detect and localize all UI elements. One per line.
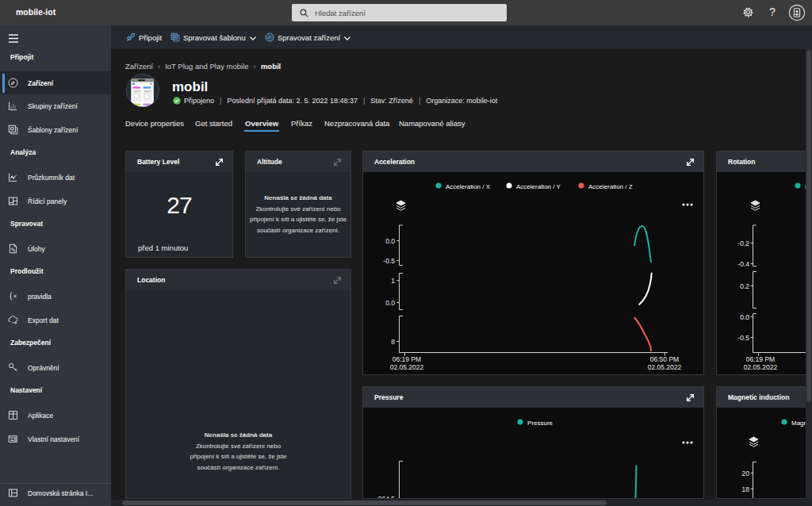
svg-text:1: 1: [391, 277, 395, 285]
svg-text:18: 18: [742, 485, 750, 493]
svg-text:964.5: 964.5: [378, 495, 396, 498]
svg-text:Pressure: Pressure: [527, 420, 553, 427]
svg-text:8: 8: [391, 338, 395, 346]
svg-text:0.0: 0.0: [385, 237, 395, 245]
svg-text:06:50 PM: 06:50 PM: [650, 355, 679, 363]
svg-text:Acceleration / Y: Acceleration / Y: [516, 183, 561, 190]
svg-text:Magn: Magn: [791, 420, 807, 427]
svg-text:0.0: 0.0: [740, 313, 749, 321]
svg-text:20: 20: [742, 470, 750, 477]
svg-text:-0.5: -0.5: [737, 334, 749, 342]
svg-text:06:19 PM: 06:19 PM: [393, 355, 421, 363]
svg-text:06:19 PM: 06:19 PM: [746, 355, 775, 363]
svg-text:-0.4: -0.4: [737, 260, 749, 268]
svg-text:-0.2: -0.2: [737, 240, 749, 247]
svg-text:0.0: 0.0: [385, 299, 395, 307]
svg-text:Acceleration / X: Acceleration / X: [446, 183, 491, 190]
svg-text:02.05.2022: 02.05.2022: [744, 363, 778, 371]
svg-text:Acceleration / Z: Acceleration / Z: [588, 183, 633, 190]
svg-text:02.05.2022: 02.05.2022: [648, 363, 682, 371]
svg-text:0.2: 0.2: [740, 282, 749, 290]
svg-text:02.05.2022: 02.05.2022: [390, 363, 424, 371]
svg-text:-0.5: -0.5: [383, 257, 395, 265]
